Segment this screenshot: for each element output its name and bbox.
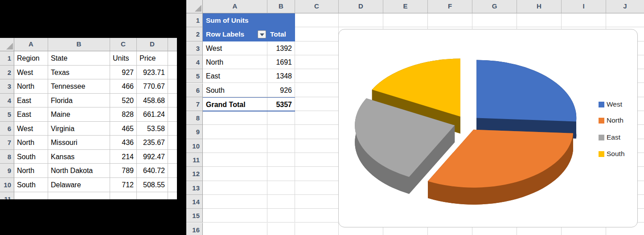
cell[interactable] — [472, 13, 517, 27]
row-header-12[interactable]: 12 — [186, 167, 203, 181]
cell[interactable] — [203, 139, 267, 153]
row-header-4[interactable]: 4 — [186, 55, 203, 69]
cell[interactable]: 661.24 — [137, 107, 168, 122]
cell[interactable]: Texas — [48, 66, 110, 80]
cell[interactable]: Units — [110, 51, 137, 66]
cell[interactable]: East — [14, 94, 48, 108]
cell[interactable]: 770.67 — [137, 79, 168, 94]
cell[interactable] — [14, 192, 48, 199]
cell[interactable]: West — [14, 66, 48, 80]
cell[interactable] — [339, 13, 383, 27]
cell[interactable]: State — [48, 51, 110, 66]
column-header-E[interactable]: E — [383, 0, 428, 13]
column-header-F[interactable]: F — [428, 0, 472, 13]
pivot-row-value[interactable]: 926 — [267, 83, 295, 97]
cell[interactable]: Maine — [48, 107, 110, 122]
cell[interactable] — [48, 192, 110, 199]
column-header-C[interactable]: C — [110, 38, 137, 51]
cell[interactable]: North — [14, 136, 48, 150]
row-header-1[interactable]: 1 — [186, 13, 203, 27]
row-header-5[interactable]: 5 — [186, 69, 203, 83]
column-header-H[interactable]: H — [517, 0, 562, 13]
cell[interactable] — [203, 223, 267, 235]
cell[interactable]: Kansas — [48, 150, 110, 164]
row-header-14[interactable]: 14 — [186, 195, 203, 209]
cell[interactable] — [267, 209, 295, 223]
cell[interactable]: 53.58 — [137, 122, 168, 136]
row-header-13[interactable]: 13 — [186, 181, 203, 195]
select-all-corner[interactable] — [0, 38, 14, 51]
cell[interactable]: 923.71 — [137, 66, 168, 80]
column-header-D[interactable]: D — [137, 38, 168, 51]
cell[interactable] — [295, 125, 339, 139]
row-header-8[interactable]: 8 — [0, 150, 14, 164]
cell[interactable] — [168, 150, 177, 164]
cell[interactable]: East — [14, 107, 48, 122]
cell[interactable] — [295, 27, 339, 41]
pivot-title-cell[interactable]: Sum of Units — [203, 13, 295, 28]
select-all-corner[interactable] — [186, 0, 203, 13]
column-header-x[interactable] — [168, 38, 177, 51]
cell[interactable] — [517, 13, 562, 27]
cell[interactable] — [168, 94, 177, 108]
cell[interactable]: 458.68 — [137, 94, 168, 108]
cell[interactable] — [267, 195, 295, 209]
cell[interactable] — [168, 164, 177, 178]
cell[interactable] — [267, 139, 295, 153]
cell[interactable]: Region — [14, 51, 48, 66]
legend-item-east[interactable]: East — [599, 133, 620, 141]
row-header-7[interactable]: 7 — [0, 136, 14, 150]
cell[interactable] — [295, 139, 339, 153]
row-header-9[interactable]: 9 — [186, 125, 203, 139]
cell[interactable]: Missouri — [48, 136, 110, 150]
cell[interactable] — [137, 192, 168, 199]
cell[interactable]: West — [14, 122, 48, 136]
cell[interactable] — [295, 13, 339, 27]
chart-panel[interactable]: WestNorthEastSouth — [338, 29, 638, 227]
cell[interactable] — [168, 136, 177, 150]
cell[interactable]: South — [14, 150, 48, 164]
cell[interactable] — [203, 125, 267, 139]
cell[interactable]: 235.67 — [137, 136, 168, 150]
column-header-C[interactable]: C — [295, 0, 339, 13]
column-header-D[interactable]: D — [339, 0, 383, 13]
cell[interactable] — [168, 178, 177, 192]
row-header-4[interactable]: 4 — [0, 94, 14, 108]
row-header-15[interactable]: 15 — [186, 209, 203, 223]
cell[interactable]: Delaware — [48, 178, 110, 192]
column-header-J[interactable]: J — [606, 0, 644, 13]
column-header-B[interactable]: B — [48, 38, 110, 51]
cell[interactable]: Virginia — [48, 122, 110, 136]
cell[interactable]: 465 — [110, 122, 137, 136]
legend-item-south[interactable]: South — [599, 150, 625, 158]
cell[interactable]: 214 — [110, 150, 137, 164]
row-header-6[interactable]: 6 — [186, 83, 203, 97]
cell[interactable] — [168, 192, 177, 199]
cell[interactable]: South — [14, 178, 48, 192]
pivot-row-label[interactable]: North — [203, 55, 267, 69]
cell[interactable] — [606, 13, 644, 27]
row-header-1[interactable]: 1 — [0, 51, 14, 66]
cell[interactable]: Price — [137, 51, 168, 66]
row-header-11[interactable]: 11 — [0, 192, 14, 199]
cell[interactable] — [562, 13, 606, 27]
cell[interactable]: 828 — [110, 107, 137, 122]
cell[interactable]: 992.47 — [137, 150, 168, 164]
row-header-10[interactable]: 10 — [0, 178, 14, 192]
row-header-10[interactable]: 10 — [186, 139, 203, 153]
cell[interactable] — [295, 223, 339, 235]
cell[interactable] — [203, 111, 267, 125]
row-header-7[interactable]: 7 — [186, 97, 203, 111]
cell[interactable] — [203, 181, 267, 195]
grand-total-row[interactable]: Grand Total 5357 — [203, 97, 295, 111]
cell[interactable] — [267, 111, 295, 125]
cell[interactable]: North — [14, 79, 48, 94]
cell[interactable] — [203, 209, 267, 223]
legend-item-west[interactable]: West — [599, 100, 622, 108]
legend-item-north[interactable]: North — [599, 116, 623, 124]
pivot-row-value[interactable]: 1691 — [267, 55, 295, 69]
cell[interactable] — [110, 192, 137, 199]
cell[interactable] — [295, 167, 339, 181]
cell[interactable]: 436 — [110, 136, 137, 150]
cell[interactable] — [295, 111, 339, 125]
